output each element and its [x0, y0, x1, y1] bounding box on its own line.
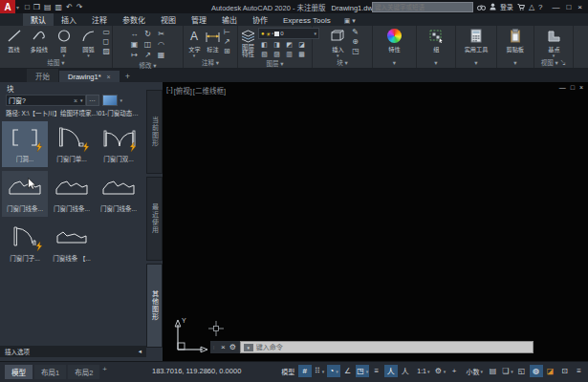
command-close-icon[interactable]: × — [221, 343, 226, 351]
palette-side-tab[interactable]: 当前图形 — [146, 90, 163, 174]
draw-tool-icon[interactable]: ▨ — [102, 47, 110, 55]
modify-tool-icon[interactable]: ✂ — [158, 30, 164, 38]
clean-screen-icon[interactable]: ⊡ — [558, 365, 572, 377]
circle-button[interactable]: 圆 ▾ — [52, 28, 76, 57]
panel-label-annotate[interactable]: 注释 ▾ — [184, 58, 237, 68]
block-item[interactable]: 门洞... — [2, 121, 48, 167]
ribbon-tab[interactable]: 注释 — [84, 12, 115, 26]
modify-tool-icon[interactable]: ↗ — [144, 51, 151, 59]
collapse-options-icon[interactable]: ◂ — [139, 348, 142, 355]
ribbon-tab[interactable]: 协作 — [245, 12, 275, 26]
polyline-button[interactable]: 多段线 — [27, 28, 52, 53]
ribbon-tab[interactable]: 默认 — [23, 12, 54, 26]
qat-tool-icon[interactable]: ▥ — [55, 3, 63, 11]
isodraft-icon[interactable]: ◔ ▾ — [327, 365, 340, 377]
app-store-cart-icon[interactable] — [517, 4, 525, 11]
panel-label-properties[interactable]: ▾ — [373, 58, 416, 68]
ribbon-tab[interactable]: Express Tools — [275, 14, 338, 26]
qat-tool-icon[interactable]: ↶ — [66, 3, 73, 11]
workspace-gear-icon[interactable]: ⚙ ▾ — [433, 365, 446, 377]
panel-label-modify[interactable]: 修改 ▾ — [113, 61, 183, 71]
text-button[interactable]: A 文字 ▾ — [185, 28, 203, 57]
ribbon-tab[interactable]: 管理 — [184, 12, 214, 26]
layer-tool-icon[interactable]: ◪ — [298, 41, 305, 49]
file-tab[interactable]: 开始 — [27, 69, 58, 82]
monitor-icon[interactable]: ❏ ▾ — [501, 365, 514, 377]
annotation-autoscale-icon[interactable]: 人 — [399, 365, 412, 377]
qat-tool-icon[interactable]: ▤ — [44, 3, 52, 11]
layer-tool-icon[interactable]: ◨ — [273, 41, 280, 49]
insertion-options-bar[interactable]: 插入选项 ◂ — [0, 346, 146, 357]
panel-label-view[interactable]: 视图 ▾ ↘ — [534, 58, 573, 68]
panel-label-utilities[interactable]: ▾ — [456, 58, 496, 68]
block-tool-icon[interactable]: ✎ — [352, 28, 359, 36]
ribbon-tab[interactable]: 插入 — [54, 12, 84, 26]
modify-tool-icon[interactable]: ↔ — [131, 30, 139, 38]
qat-tool-icon[interactable]: □ — [25, 3, 30, 11]
command-customize-wrench-icon[interactable]: ⚙ — [229, 343, 236, 351]
paste-button[interactable]: 剪贴板 — [500, 28, 531, 53]
annotate-tool-icon[interactable]: ⊢ — [224, 28, 230, 36]
graphics-performance-icon[interactable]: ◍ — [530, 365, 543, 377]
panel-label-draw[interactable]: 绘图 ▾ — [0, 58, 112, 68]
search-dropdown-caret-icon[interactable]: ▾ — [80, 97, 83, 103]
layer-select[interactable]: ● ☀ ▪ 0 ▾ — [258, 28, 319, 39]
drawing-restore-button[interactable]: □ — [571, 84, 575, 91]
view-orientation-control[interactable]: [俯视] — [174, 85, 192, 96]
sign-in-link[interactable]: 登录 — [500, 2, 513, 11]
minimize-button[interactable]: — — [552, 3, 559, 11]
layer-tool-icon[interactable]: ▨ — [273, 51, 280, 58]
annotation-visibility-icon[interactable]: 人 — [384, 365, 398, 377]
close-button[interactable]: × — [577, 3, 582, 11]
block-item[interactable]: 门窗门线条... — [2, 171, 48, 217]
quick-properties-icon[interactable]: ▤ — [487, 365, 500, 377]
line-button[interactable]: 直线 — [2, 28, 27, 53]
palette-side-tab[interactable]: 其他图形 — [146, 264, 163, 348]
base-point-button[interactable]: 基点 ▾ — [541, 28, 567, 57]
qat-tool-icon[interactable]: ↷ — [76, 3, 83, 11]
clear-search-icon[interactable]: × — [74, 97, 77, 104]
browse-button[interactable]: … — [86, 95, 99, 106]
modify-tool-icon[interactable]: ◫ — [144, 40, 152, 49]
view-options-caret-icon[interactable]: ▾ — [120, 97, 123, 103]
new-layout-button[interactable]: + — [99, 365, 110, 373]
group-button[interactable]: 组 — [424, 28, 449, 53]
polar-tracking-icon[interactable]: ∠ — [341, 365, 355, 377]
block-item[interactable]: 门窗门子... — [2, 221, 48, 266]
layout-tab[interactable]: 布局2 — [68, 365, 99, 379]
layer-tool-icon[interactable]: ◩ — [286, 41, 293, 49]
ribbon-display-toggle-icon[interactable]: ▣ ▾ — [344, 17, 356, 26]
draw-tool-icon[interactable]: ◻ — [102, 37, 110, 46]
command-input[interactable] — [256, 344, 530, 350]
block-item[interactable]: 门窗门双... — [96, 121, 142, 167]
block-item[interactable]: 门窗门单... — [49, 121, 95, 167]
ui-lock-icon[interactable]: ◱ — [515, 365, 529, 377]
search-binoculars-icon[interactable] — [477, 4, 486, 11]
modify-tool-icon[interactable]: ↻ — [144, 30, 151, 38]
viewport-menu-control[interactable]: [-] — [166, 85, 173, 96]
block-item[interactable]: 门窗门线条... — [96, 171, 142, 217]
block-item[interactable]: 门窗线条 【... — [49, 221, 95, 266]
user-avatar-icon[interactable] — [490, 3, 496, 11]
app-menu-caret-icon[interactable]: ▾ — [16, 4, 19, 11]
modify-tool-icon[interactable]: ▦ — [158, 51, 165, 59]
arc-button[interactable]: 圆弧 ▾ — [76, 28, 101, 57]
layer-tool-icon[interactable]: ▩ — [298, 51, 305, 58]
panel-label-groups[interactable]: ▾ — [417, 58, 455, 68]
layer-tool-icon[interactable]: ▥ — [286, 51, 293, 58]
recent-commands-icon[interactable]: ▾ — [244, 344, 253, 351]
layout-tab[interactable]: 模型 — [5, 365, 33, 379]
thumbnail-view-icon[interactable] — [102, 95, 118, 106]
dimension-button[interactable]: 标注 — [203, 28, 222, 53]
quick-calculator-button[interactable]: 实用工具 — [459, 28, 493, 53]
lineweight-icon[interactable]: ≡ — [370, 365, 383, 377]
annotate-tool-icon[interactable]: ⊞ — [224, 47, 230, 55]
palette-side-tab[interactable]: 最近使用 — [146, 177, 163, 261]
annotate-tool-icon[interactable]: ↗ — [224, 37, 230, 46]
panel-label-clipboard[interactable]: ▾ — [497, 58, 534, 68]
block-item[interactable]: 门窗门线条... — [49, 171, 95, 217]
modify-tool-icon[interactable]: ◠ — [158, 40, 164, 49]
insert-block-button[interactable]: 插入 ▾ — [325, 28, 350, 57]
visual-style-control[interactable]: [二维线框] — [193, 85, 226, 96]
osnap-icon[interactable]: ◳ ▾ — [356, 365, 369, 377]
